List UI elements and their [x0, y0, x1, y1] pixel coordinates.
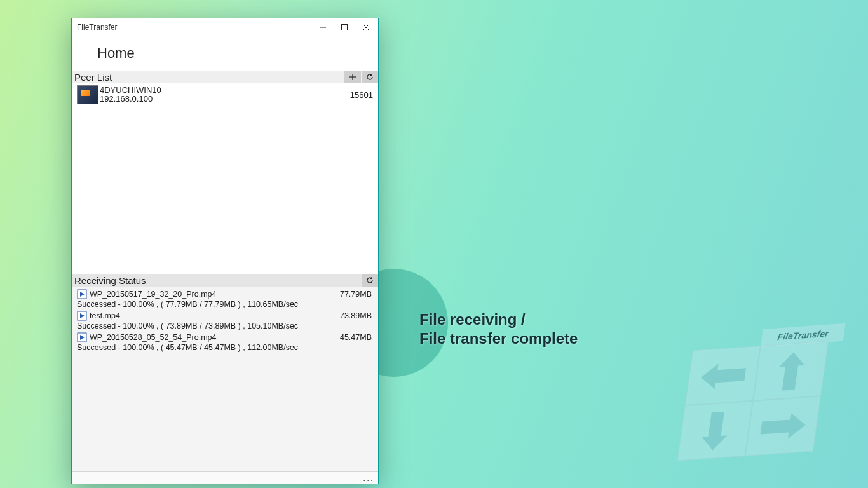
receiving-status-label: Receiving Status: [74, 275, 361, 286]
svg-marker-3: [759, 412, 807, 440]
statusbar: ...: [72, 471, 378, 484]
maximize-icon: [341, 24, 348, 30]
plus-icon: [349, 73, 356, 81]
file-status: Successed - 100.00% , ( 45.47MB / 45.47M…: [77, 342, 373, 352]
arrow-up-icon: [775, 351, 806, 391]
file-size: 45.47MB: [334, 333, 373, 342]
arrow-right-icon: [759, 412, 807, 440]
logo-tile: [677, 401, 753, 461]
arrow-down-icon: [700, 411, 730, 451]
logo-tile: [685, 346, 761, 405]
promo-line-1: File receiving /: [419, 310, 578, 329]
statusbar-menu-button[interactable]: ...: [363, 473, 374, 483]
close-button[interactable]: [355, 18, 377, 36]
svg-rect-5: [342, 25, 348, 30]
peer-list-header: Peer List: [72, 71, 378, 83]
receiving-status-header: Receiving Status: [72, 274, 378, 287]
minimize-button[interactable]: [312, 18, 334, 36]
arrow-left-icon: [699, 362, 747, 390]
file-status: Successed - 100.00% , ( 77.79MB / 77.79M…: [77, 299, 373, 309]
file-name: test.mp4: [90, 311, 334, 320]
file-status: Successed - 100.00% , ( 73.89MB / 73.89M…: [77, 321, 373, 330]
peer-name: 4DYUCHIWIN10: [100, 86, 350, 95]
peer-ip: 192.168.0.100: [100, 95, 350, 104]
add-peer-button[interactable]: [344, 71, 361, 83]
file-size: 77.79MB: [334, 290, 373, 299]
peer-list-label: Peer List: [74, 72, 344, 83]
logo-tile: [753, 341, 829, 400]
svg-marker-2: [700, 411, 730, 451]
promo-caption: File receiving / File transfer complete: [419, 310, 578, 348]
file-name: WP_20150528_05_52_54_Pro.mp4: [90, 333, 334, 342]
titlebar[interactable]: FileTransfer: [72, 18, 378, 36]
receiving-list[interactable]: WP_20150517_19_32_20_Pro.mp477.79MBSucce…: [72, 287, 378, 471]
page-title: Home: [72, 36, 378, 71]
refresh-icon: [366, 276, 374, 284]
peer-list[interactable]: 4DYUCHIWIN10 192.168.0.100 15601: [72, 83, 378, 274]
logo-tile: [745, 396, 821, 456]
app-window: FileTransfer Home Peer List 4DYUCHIWIN10…: [71, 18, 379, 484]
peer-info: 4DYUCHIWIN10 192.168.0.100: [100, 86, 350, 104]
minimize-icon: [320, 24, 326, 30]
promo-line-2: File transfer complete: [419, 329, 578, 348]
peer-row[interactable]: 4DYUCHIWIN10 192.168.0.100 15601: [72, 83, 378, 106]
video-file-icon: [77, 289, 87, 299]
file-row[interactable]: test.mp473.89MBSuccessed - 100.00% , ( 7…: [72, 309, 378, 331]
svg-marker-1: [775, 351, 806, 391]
window-title: FileTransfer: [77, 23, 118, 32]
refresh-peers-button[interactable]: [362, 71, 378, 83]
peer-avatar-icon: [77, 85, 98, 104]
app-logo: FileTransfer: [675, 340, 845, 478]
file-name: WP_20150517_19_32_20_Pro.mp4: [90, 290, 334, 299]
file-row[interactable]: WP_20150517_19_32_20_Pro.mp477.79MBSucce…: [72, 288, 378, 309]
file-size: 73.89MB: [334, 311, 373, 320]
refresh-status-button[interactable]: [362, 274, 378, 287]
video-file-icon: [77, 311, 87, 321]
refresh-icon: [366, 73, 374, 81]
svg-marker-0: [699, 362, 747, 390]
peer-port: 15601: [350, 90, 373, 100]
video-file-icon: [77, 332, 87, 342]
file-row[interactable]: WP_20150528_05_52_54_Pro.mp445.47MBSucce…: [72, 331, 378, 353]
close-icon: [363, 24, 369, 30]
maximize-button[interactable]: [334, 18, 355, 36]
